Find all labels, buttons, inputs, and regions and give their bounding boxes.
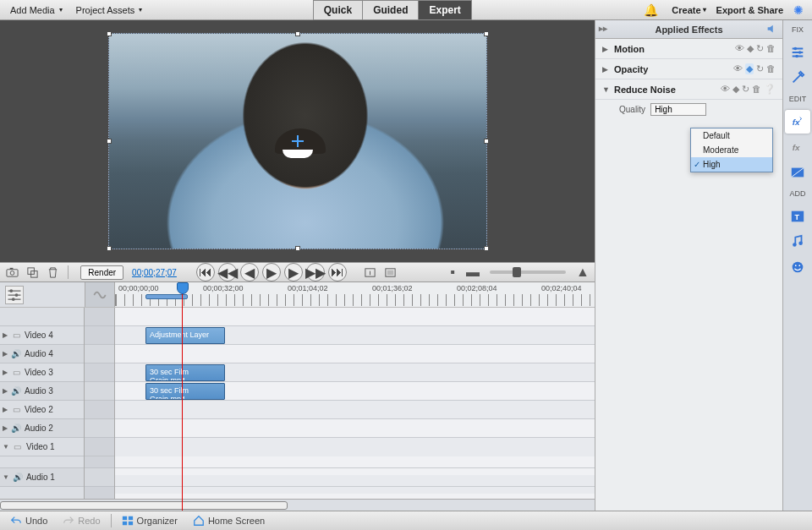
step-back-icon[interactable]: ◀◀: [218, 263, 237, 281]
safe-margins-icon[interactable]: [361, 264, 378, 281]
resize-handle-sw[interactable]: [107, 246, 112, 251]
video-frame[interactable]: [109, 34, 486, 249]
snap-toggle-icon[interactable]: [85, 282, 115, 307]
reset-icon[interactable]: ↻: [756, 63, 764, 74]
zoom-fit-icon[interactable]: ▬: [464, 264, 481, 281]
right-rail: FIX EDIT fx fx ADD T: [782, 20, 812, 511]
organizer-button[interactable]: Organizer: [117, 515, 183, 527]
track-header-audio2[interactable]: ▶🔊Audio 2: [0, 419, 84, 438]
effect-motion-row[interactable]: ▶Motion 👁◆↻🗑: [595, 39, 782, 59]
clip-filmgrain-video[interactable]: 30 sec Film Grain.mp4: [145, 364, 225, 381]
render-button[interactable]: Render: [80, 265, 123, 280]
zoom-out-icon[interactable]: ▪: [444, 264, 461, 281]
track-header-video4[interactable]: ▶▭Video 4: [0, 326, 84, 345]
resize-handle-n[interactable]: [295, 31, 300, 36]
quality-dropdown-list: Default Moderate High: [690, 128, 773, 172]
svg-rect-27: [128, 522, 132, 525]
keyframe-icon[interactable]: ◆: [745, 63, 754, 74]
anchor-point-icon[interactable]: [292, 135, 304, 147]
music-icon[interactable]: [785, 230, 810, 254]
resize-handle-se[interactable]: [484, 246, 489, 251]
resize-handle-ne[interactable]: [484, 31, 489, 36]
zoom-in-icon[interactable]: ▲: [574, 264, 591, 281]
eye-icon[interactable]: 👁: [733, 63, 743, 74]
trash-icon[interactable]: 🗑: [752, 84, 761, 95]
add-media-menu[interactable]: Add Media: [3, 5, 69, 15]
go-to-start-icon[interactable]: ⏮: [196, 263, 215, 281]
frame-back-icon[interactable]: ◀: [240, 263, 259, 281]
zoom-slider[interactable]: [490, 270, 566, 274]
track-header-video2[interactable]: ▶▭Video 2: [0, 401, 84, 419]
track-header-audio1[interactable]: ▼🔊Audio 1: [0, 468, 84, 487]
effects-icon[interactable]: fx: [785, 135, 810, 159]
keyframe-icon[interactable]: ◆: [732, 84, 739, 95]
frame-forward-icon[interactable]: ▶: [284, 263, 303, 281]
scrollbar-thumb[interactable]: [0, 501, 288, 510]
current-timecode[interactable]: 00;00;27;07: [127, 268, 182, 277]
track-lanes[interactable]: Adjustment Layer 30 sec Film Grain.mp4 3…: [115, 308, 595, 511]
tab-guided[interactable]: Guided: [363, 0, 419, 20]
eye-icon[interactable]: 👁: [735, 43, 744, 54]
snapshot-camera-icon[interactable]: [3, 264, 20, 281]
rail-label-add: ADD: [789, 189, 805, 198]
timeline-options-icon[interactable]: [5, 286, 24, 304]
time-ruler[interactable]: 00;00;00;00 00;00;32;00 00;01;04;02 00;0…: [115, 282, 595, 307]
tools-icon[interactable]: [785, 66, 810, 90]
preview-monitor: [0, 20, 595, 262]
svg-text:fx: fx: [793, 143, 800, 152]
fullscreen-icon[interactable]: [381, 264, 398, 281]
resize-handle-e[interactable]: [484, 139, 489, 144]
effect-reduce-noise-row[interactable]: ▼Reduce Noise 👁◆↻🗑❔: [595, 79, 782, 100]
delete-trash-icon[interactable]: [44, 264, 61, 281]
tab-quick[interactable]: Quick: [313, 0, 363, 20]
timeline: 00;00;00;00 00;00;32;00 00;01;04;02 00;0…: [0, 282, 595, 511]
quality-option-moderate[interactable]: Moderate: [691, 143, 772, 157]
tab-expert[interactable]: Expert: [419, 0, 471, 20]
titles-icon[interactable]: T: [785, 205, 810, 228]
track-header-audio4[interactable]: ▶🔊Audio 4: [0, 345, 84, 363]
track-header-video1[interactable]: ▼▭Video 1: [0, 438, 84, 456]
svg-rect-26: [122, 522, 126, 525]
trash-icon[interactable]: 🗑: [766, 43, 776, 54]
quality-option-default[interactable]: Default: [691, 128, 772, 143]
resize-handle-s[interactable]: [295, 246, 300, 251]
export-share[interactable]: Export & Share: [711, 5, 788, 15]
help-icon[interactable]: ❔: [764, 84, 776, 95]
trash-icon[interactable]: 🗑: [766, 63, 776, 74]
keyframe-icon[interactable]: ◆: [747, 43, 754, 54]
home-screen-button[interactable]: Home Screen: [188, 515, 270, 527]
redo-button[interactable]: Redo: [58, 515, 105, 527]
zoom-knob[interactable]: [513, 267, 521, 277]
resize-handle-nw[interactable]: [107, 31, 112, 36]
applied-effects-body: ▶Motion 👁◆↻🗑 ▶Opacity 👁◆↻🗑 ▼Reduce Noise…: [595, 39, 782, 511]
create-menu[interactable]: Create: [667, 5, 710, 15]
settings-gear-icon[interactable]: ✺: [788, 3, 809, 17]
reset-icon[interactable]: ↻: [742, 84, 749, 95]
project-assets-menu[interactable]: Project Assets: [69, 5, 150, 15]
graphics-icon[interactable]: [785, 255, 810, 279]
quality-dropdown[interactable]: High: [650, 103, 706, 116]
transitions-icon[interactable]: [785, 161, 810, 184]
go-to-end-icon[interactable]: ⏭: [328, 263, 347, 281]
resize-handle-w[interactable]: [107, 139, 112, 144]
duplicate-icon[interactable]: [24, 264, 41, 281]
effect-opacity-row[interactable]: ▶Opacity 👁◆↻🗑: [595, 59, 782, 79]
audio-effects-icon[interactable]: [765, 23, 777, 36]
applied-effects-icon[interactable]: fx: [785, 110, 810, 134]
step-forward-icon[interactable]: ▶▶: [306, 263, 325, 281]
track-header-audio3[interactable]: ▶🔊Audio 3: [0, 382, 84, 401]
quality-option-high[interactable]: High: [691, 157, 772, 172]
notifications-icon[interactable]: 🔔: [635, 3, 667, 17]
playhead[interactable]: [182, 282, 183, 511]
timeline-scrollbar[interactable]: [0, 499, 595, 511]
eye-icon[interactable]: 👁: [721, 84, 730, 95]
ruler-tick: 00;02;08;04: [457, 284, 497, 292]
track-header-video3[interactable]: ▶▭Video 3: [0, 363, 84, 382]
reset-icon[interactable]: ↻: [756, 43, 764, 54]
collapse-panel-icon[interactable]: ▸▸: [599, 24, 607, 33]
clip-adjustment-layer[interactable]: Adjustment Layer: [145, 327, 225, 344]
clip-filmgrain-audio[interactable]: 30 sec Film Grain.mp4: [145, 383, 225, 400]
undo-button[interactable]: Undo: [5, 515, 52, 527]
adjust-icon[interactable]: [785, 41, 810, 64]
play-icon[interactable]: ▶: [262, 263, 281, 281]
